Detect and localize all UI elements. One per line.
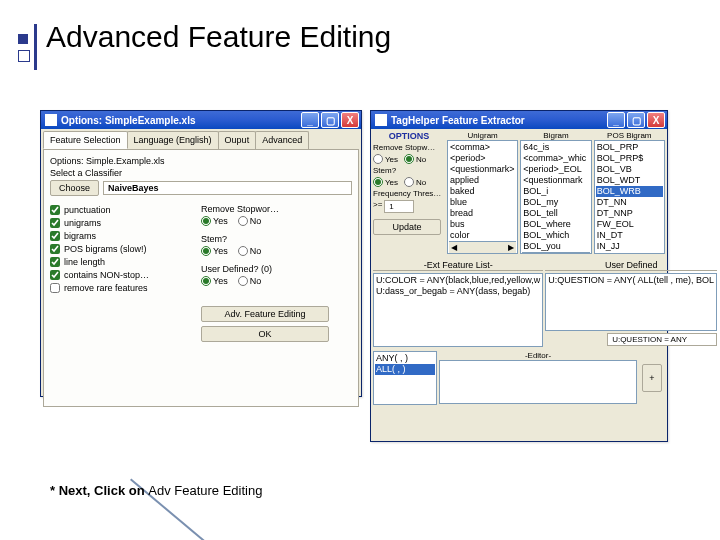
ex-stop-yes[interactable] <box>373 154 383 164</box>
scroll-left-icon[interactable]: ◀ <box>524 253 530 254</box>
close-button[interactable]: X <box>341 112 359 128</box>
list-item[interactable]: DT_NNP <box>596 208 663 219</box>
list-item[interactable]: BOL_VB <box>596 164 663 175</box>
list-item[interactable]: IN_DT <box>596 230 663 241</box>
maximize-button[interactable]: ▢ <box>627 112 645 128</box>
feature-check-0[interactable]: punctuation <box>50 205 201 215</box>
list-item[interactable]: color <box>449 230 516 241</box>
app-icon: ◧ <box>45 114 57 126</box>
userdefined-yes[interactable] <box>201 276 211 286</box>
userdefined-no[interactable] <box>238 276 248 286</box>
ex-stop-no[interactable] <box>404 154 414 164</box>
scroll-right-icon[interactable]: ▶ <box>582 253 588 254</box>
feature-check-2[interactable]: bigrams <box>50 231 201 241</box>
user-defined-list[interactable]: U:QUESTION = ANY( ALL(tell , me), BOL <box>545 273 717 331</box>
feature-checkbox[interactable] <box>50 244 60 254</box>
stem-no[interactable] <box>238 246 248 256</box>
bigram-list[interactable]: 64c_is<comma>_whic<period>_EOL<questionm… <box>520 140 591 254</box>
tab-output[interactable]: Ouput <box>218 131 257 149</box>
feature-check-6[interactable]: remove rare features <box>50 283 201 293</box>
list-item[interactable]: ANY( , ) <box>375 353 435 364</box>
feature-checkbox[interactable] <box>50 218 60 228</box>
update-button[interactable]: Update <box>373 219 441 235</box>
maximize-button[interactable]: ▢ <box>321 112 339 128</box>
list-item[interactable]: ALL( , ) <box>375 364 435 375</box>
list-item[interactable]: BOL_you <box>522 241 589 252</box>
list-item[interactable]: <questionmark> <box>449 164 516 175</box>
list-item[interactable]: U:dass_or_begab = ANY(dass, begab) <box>375 286 541 297</box>
list-item[interactable]: BOL_PRP$ <box>596 153 663 164</box>
list-item[interactable]: DT_NN <box>596 197 663 208</box>
list-item[interactable]: FW_EOL <box>596 219 663 230</box>
user-defined-input[interactable]: U:QUESTION = ANY <box>607 333 717 346</box>
list-item[interactable]: BOL_my <box>522 197 589 208</box>
minimize-button[interactable]: _ <box>301 112 319 128</box>
editor-header: -Editor- <box>439 351 637 360</box>
editor-macro-list[interactable]: ANY( , )ALL( , ) <box>373 351 437 405</box>
list-item[interactable]: BOL_where <box>522 219 589 230</box>
pos-bigram-list[interactable]: BOL_PRPBOL_PRP$BOL_VBBOL_WDTBOL_WRBDT_NN… <box>594 140 665 254</box>
list-item[interactable]: U:COLOR = ANY(black,blue,red,yellow,w <box>375 275 541 286</box>
list-item[interactable]: baked <box>449 186 516 197</box>
feature-check-4[interactable]: line length <box>50 257 201 267</box>
feature-check-5[interactable]: contains NON-stop… <box>50 270 201 280</box>
list-item[interactable]: blue <box>449 197 516 208</box>
list-item[interactable]: <questionmark <box>522 175 589 186</box>
feature-checkbox[interactable] <box>50 270 60 280</box>
list-item[interactable]: applied <box>449 175 516 186</box>
extractor-titlebar[interactable]: ◧ TagHelper Feature Extractor _ ▢ X <box>371 111 667 129</box>
ex-stem-no[interactable] <box>404 177 414 187</box>
ok-button[interactable]: OK <box>201 326 329 342</box>
list-item[interactable]: BOL_tell <box>522 208 589 219</box>
stopwords-no[interactable] <box>238 216 248 226</box>
list-item[interactable]: <comma> <box>449 142 516 153</box>
feature-check-label: remove rare features <box>64 283 148 293</box>
feature-checkbox[interactable] <box>50 257 60 267</box>
adv-feature-editing-button[interactable]: Adv. Feature Editing <box>201 306 329 322</box>
editor-area[interactable] <box>439 360 637 404</box>
slide-caption: * Next, Click on Adv Feature Editing <box>50 483 262 498</box>
stopwords-yes[interactable] <box>201 216 211 226</box>
stem-yes[interactable] <box>201 246 211 256</box>
feature-check-3[interactable]: POS bigrams (slow!) <box>50 244 201 254</box>
feature-checkbox[interactable] <box>50 231 60 241</box>
list-item[interactable]: <period> <box>449 153 516 164</box>
tab-advanced[interactable]: Advanced <box>255 131 309 149</box>
list-item[interactable]: IN_JJ <box>596 241 663 252</box>
tab-feature-selection[interactable]: Feature Selection <box>43 131 128 149</box>
unigram-list[interactable]: <comma><period><questionmark>appliedbake… <box>447 140 518 254</box>
editor-add-button[interactable]: + <box>642 364 662 392</box>
list-item[interactable]: JJ_EOL <box>596 252 663 254</box>
freq-threshold-input[interactable]: 1 <box>384 200 414 213</box>
scroll-left-icon[interactable]: ◀ <box>451 242 457 253</box>
feature-checkbox[interactable] <box>50 205 60 215</box>
close-button[interactable]: X <box>647 112 665 128</box>
scroll-right-icon[interactable]: ▶ <box>508 242 514 253</box>
list-item[interactable]: BOL_PRP <box>596 142 663 153</box>
list-item[interactable]: BOL_which <box>522 230 589 241</box>
list-item[interactable]: BOL_i <box>522 186 589 197</box>
ex-stem-yes[interactable] <box>373 177 383 187</box>
list-item[interactable]: 64c_is <box>522 142 589 153</box>
options-titlebar[interactable]: ◧ Options: SimpleExample.xls _ ▢ X <box>41 111 361 129</box>
feature-check-1[interactable]: unigrams <box>50 218 201 228</box>
feature-checkbox[interactable] <box>50 283 60 293</box>
list-item[interactable]: bus <box>449 219 516 230</box>
feature-check-label: line length <box>64 257 105 267</box>
col-posbigram-header: POS Bigram <box>594 131 665 140</box>
classifier-value[interactable]: NaiveBayes <box>103 181 352 195</box>
list-item[interactable]: BOL_WRB <box>596 186 663 197</box>
tab-language[interactable]: Language (English) <box>127 131 219 149</box>
list-item[interactable]: BOL_WDT <box>596 175 663 186</box>
list-item[interactable]: U:QUESTION = ANY( ALL(tell , me), BOL <box>547 275 715 286</box>
list-item[interactable]: <period>_EOL <box>522 164 589 175</box>
choose-button[interactable]: Choose <box>50 180 99 196</box>
list-item[interactable]: <comma>_whic <box>522 153 589 164</box>
user-defined-header: User Defined <box>545 260 717 271</box>
ext-feature-list[interactable]: U:COLOR = ANY(black,blue,red,yellow,wU:d… <box>373 273 543 347</box>
feature-check-label: contains NON-stop… <box>64 270 149 280</box>
stem-label: Stem? <box>201 234 352 244</box>
list-item[interactable]: bread <box>449 208 516 219</box>
ext-feature-header: -Ext Feature List- <box>373 260 543 271</box>
minimize-button[interactable]: _ <box>607 112 625 128</box>
